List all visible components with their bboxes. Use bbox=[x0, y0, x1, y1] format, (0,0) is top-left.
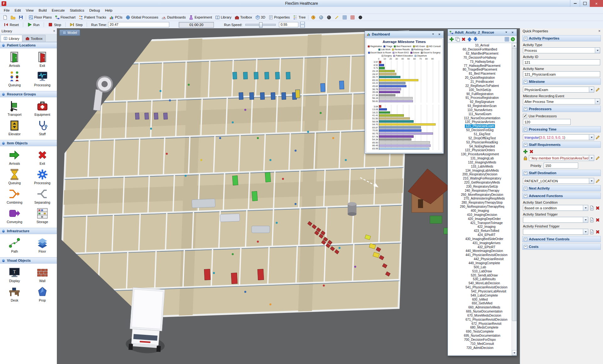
wand-button[interactable] bbox=[333, 15, 341, 20]
library-section-resource-groups[interactable]: Resource Groups bbox=[0, 91, 57, 97]
toolbar-flowchart[interactable]: Flowchart bbox=[53, 15, 77, 20]
dashboard-close-button[interactable]: × bbox=[437, 32, 442, 37]
activity-row[interactable]: 290_NoRespiratoryTherapyReq bbox=[448, 205, 512, 209]
activity-row[interactable]: 133_LabIvMeds bbox=[448, 164, 512, 169]
menu-debug[interactable]: Debug bbox=[87, 8, 102, 13]
chevron-down-icon[interactable] bbox=[583, 229, 588, 234]
activity-row[interactable]: 700_DecisionForDispo bbox=[448, 338, 512, 342]
tab-toolbox[interactable]: Toolbox bbox=[23, 35, 46, 42]
edit-processing-time-icon[interactable] bbox=[595, 135, 600, 140]
activity-row[interactable]: 449_ImagingComplete bbox=[448, 261, 512, 265]
orb-button[interactable] bbox=[325, 15, 333, 20]
activity-row[interactable]: 134_ImagingLabIvMeds bbox=[448, 169, 512, 173]
library-item-queuing[interactable]: Queuing bbox=[1, 167, 29, 187]
chevron-down-icon[interactable] bbox=[583, 205, 588, 211]
minimize-button[interactable] bbox=[570, 0, 580, 7]
activity-name-input[interactable]: 121_PhysicianExam bbox=[523, 71, 600, 77]
activity-row[interactable]: 549_LabsComplete bbox=[448, 293, 512, 297]
edit-staff-requirement-icon[interactable] bbox=[595, 156, 600, 161]
toolbar-3d[interactable]: 3D bbox=[254, 15, 267, 20]
activity-row[interactable]: 132_ImagingIvMeds bbox=[448, 160, 512, 164]
menu-file[interactable]: File bbox=[1, 8, 12, 13]
activity-row[interactable]: 121_PhysicianExam bbox=[448, 124, 512, 128]
activity-row[interactable]: 92_RegSignature bbox=[448, 100, 512, 104]
run-speed-slider[interactable] bbox=[245, 24, 276, 26]
library-item-equipment[interactable]: Equipment bbox=[29, 99, 57, 118]
menu-execute[interactable]: Execute bbox=[49, 8, 68, 13]
activity-row[interactable]: 250_MoreRespiratoryDecision bbox=[448, 193, 512, 197]
library-item-desk[interactable]: Desk bbox=[1, 285, 29, 304]
sphere-button[interactable] bbox=[317, 15, 325, 20]
help-button[interactable]: ? bbox=[510, 37, 515, 42]
activity-scrollbar[interactable] bbox=[512, 43, 517, 356]
activity-row[interactable]: 220_GetRespiratoryMeds bbox=[448, 181, 512, 185]
chevron-down-icon[interactable] bbox=[595, 99, 600, 104]
activity-row[interactable]: 670_MoreMedsDecision bbox=[448, 314, 512, 318]
toolbar-pcis[interactable]: PCIs bbox=[108, 15, 124, 20]
section-advanced-functions[interactable]: Advanced Functions bbox=[522, 193, 601, 199]
activity-row[interactable]: 91_ProcessRegistration bbox=[448, 96, 512, 100]
chevron-down-icon[interactable] bbox=[589, 178, 594, 184]
toolbar-experiment[interactable]: Experiment bbox=[187, 15, 214, 20]
section-costs[interactable]: Costs bbox=[522, 244, 601, 250]
library-item-path[interactable]: Path bbox=[1, 236, 29, 255]
section-advanced-time-controls[interactable]: Advanced Time Controls bbox=[522, 236, 601, 242]
activity-row[interactable]: 600_IvMed bbox=[448, 297, 512, 302]
section-staff-destination[interactable]: Staff Destination bbox=[522, 170, 601, 176]
delete-activity-button[interactable] bbox=[461, 37, 466, 42]
run-button[interactable]: Run bbox=[25, 22, 41, 27]
run-speed-stepper[interactable] bbox=[300, 22, 305, 28]
activity-row[interactable]: 21_PrintBracelet bbox=[448, 80, 512, 84]
activity-type-select[interactable]: Process bbox=[523, 47, 600, 53]
activity-row[interactable]: 440_MoreImagingDecision bbox=[448, 249, 512, 253]
activity-titlebar[interactable]: Adult_Acuity_2_Rescue × bbox=[448, 29, 517, 36]
grid-button[interactable] bbox=[341, 15, 349, 20]
start-condition-select[interactable]: Based on a condition bbox=[523, 205, 588, 211]
film-button[interactable] bbox=[349, 15, 356, 20]
library-item-separating[interactable]: Separating bbox=[29, 187, 57, 206]
save-button[interactable] bbox=[17, 15, 25, 20]
menu-view[interactable]: View bbox=[23, 8, 36, 13]
activity-id-input[interactable]: 121 bbox=[523, 59, 600, 65]
activity-row[interactable]: 110_NurseArrives bbox=[448, 108, 512, 112]
activity-row[interactable]: 710_MedConsult bbox=[448, 342, 512, 346]
library-item-floor[interactable]: Floor bbox=[29, 236, 57, 255]
toolbar-dashboards[interactable]: Dashboards bbox=[160, 15, 187, 20]
activity-row[interactable]: 520_SendLabDraw bbox=[448, 273, 512, 277]
add-staff-requirement-button[interactable] bbox=[523, 149, 528, 154]
move-down-button[interactable] bbox=[473, 37, 478, 42]
new-file-button[interactable] bbox=[1, 15, 9, 20]
stop-button[interactable]: Stop bbox=[46, 22, 63, 27]
menu-edit[interactable]: Edit bbox=[12, 8, 24, 13]
activity-row[interactable]: 410_ImagingDecision bbox=[448, 213, 512, 217]
activity-row[interactable]: 80_TriageBedPlacement bbox=[448, 68, 512, 72]
activity-row[interactable]: 77_HallwayBedPlacement bbox=[448, 64, 512, 68]
activity-row[interactable]: 280_RespiratoryTherapyStop bbox=[448, 201, 512, 205]
activity-row[interactable]: 270_AdministeringRespMeds bbox=[448, 197, 512, 201]
section-processing-time[interactable]: Processing Time bbox=[522, 126, 601, 132]
processing-time-field[interactable]: triangular(3.0, 12.0, 5.0, 1) bbox=[523, 134, 594, 140]
copy-activity-button[interactable] bbox=[455, 37, 460, 42]
library-item-conveying[interactable]: Conveying bbox=[1, 206, 29, 226]
library-item-staff[interactable]: Staff bbox=[29, 118, 57, 138]
activity-row[interactable]: 131_ImagingLab bbox=[448, 157, 512, 161]
activity-window[interactable]: Adult_Acuity_2_Rescue × ? 10_Arrival60_D… bbox=[448, 29, 517, 356]
activity-row[interactable]: 54_NoEkgNeeded bbox=[448, 144, 512, 148]
quick-properties-close-icon[interactable]: × bbox=[598, 29, 600, 33]
library-close-icon[interactable]: × bbox=[53, 29, 55, 33]
edit-milestone-icon[interactable] bbox=[595, 87, 600, 92]
library-section-patient-locations[interactable]: Patient Locations bbox=[0, 42, 57, 48]
activity-row[interactable]: 441_PhysicianRevisitDecision bbox=[448, 253, 512, 257]
activity-row[interactable]: 200_RespiratoryDecision bbox=[448, 173, 512, 177]
activity-row[interactable]: 100_TechSetUp bbox=[448, 88, 512, 92]
activity-row[interactable]: 671_PhysicianRevisitDecision bbox=[448, 318, 512, 322]
activity-row[interactable]: 500_Lab bbox=[448, 265, 512, 269]
staff-requirement-select[interactable]: "Any member from PhysicianAreaTwo" bbox=[529, 155, 594, 161]
activity-row[interactable]: 690_TestsComplete bbox=[448, 330, 512, 334]
activity-row[interactable]: 90_FullRegistration bbox=[448, 92, 512, 96]
library-item-storage[interactable]: Storage bbox=[29, 206, 57, 226]
toolbar-properties[interactable]: Properties bbox=[267, 15, 291, 20]
chevron-down-icon[interactable] bbox=[589, 135, 594, 140]
activity-row[interactable]: 81_Bed Placement bbox=[448, 72, 512, 76]
started-trigger-select[interactable] bbox=[523, 217, 588, 223]
